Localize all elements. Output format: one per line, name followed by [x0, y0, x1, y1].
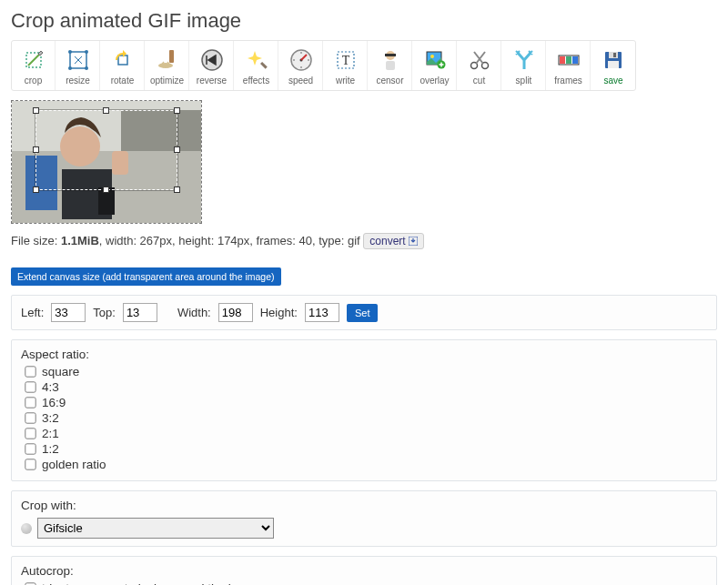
resize-handle-nw[interactable]	[33, 107, 39, 114]
svg-rect-30	[608, 61, 619, 68]
rotate-icon	[109, 46, 136, 74]
tool-save[interactable]: save	[592, 41, 635, 90]
svg-rect-23	[560, 56, 565, 64]
left-input[interactable]	[51, 303, 86, 322]
help-icon[interactable]	[21, 523, 32, 534]
svg-rect-25	[572, 56, 578, 64]
tool-label: rotate	[111, 76, 135, 86]
aspect-ratio-title: Aspect ratio:	[21, 348, 707, 361]
tool-label: cut	[473, 76, 485, 86]
set-button[interactable]: Set	[347, 304, 379, 322]
cropwith-select[interactable]: Gifsicle	[37, 518, 274, 539]
tool-label: optimize	[150, 76, 184, 86]
svg-point-2	[68, 50, 72, 54]
aspect-label: square	[42, 365, 79, 378]
tool-resize[interactable]: resize	[56, 41, 100, 90]
tool-speed[interactable]: speed	[279, 41, 323, 90]
aspect-label: 4:3	[42, 380, 59, 394]
autocrop-panel: Autocrop: trim transparent pixels around…	[11, 556, 717, 585]
svg-point-4	[68, 66, 72, 70]
tool-label: reverse	[197, 76, 227, 86]
dimensions-panel: Left: Top: Width: Height: Set	[11, 295, 717, 330]
aspect-checkbox-1[interactable]	[25, 381, 35, 392]
aspect-checkbox-5[interactable]	[25, 443, 35, 454]
file-info: File size: 1.1MiB, width: 267px, height:…	[11, 233, 717, 249]
tool-label: overlay	[420, 76, 449, 86]
aspect-ratio-panel: Aspect ratio: square4:316:93:22:11:2gold…	[11, 339, 717, 481]
height-input[interactable]	[305, 303, 339, 322]
aspect-checkbox-2[interactable]	[25, 397, 35, 408]
resize-handle-n[interactable]	[103, 107, 109, 114]
crop-selection[interactable]	[35, 110, 177, 190]
tool-censor[interactable]: censor	[369, 41, 412, 90]
svg-point-19	[430, 55, 434, 58]
overlay-icon	[421, 46, 449, 74]
aspect-label: 2:1	[42, 427, 59, 440]
resize-handle-se[interactable]	[174, 187, 180, 193]
tool-label: split	[516, 76, 532, 86]
preview-image[interactable]	[11, 100, 202, 224]
extend-canvas-button[interactable]: Extend canvas size (add transparent area…	[11, 267, 281, 286]
convert-button[interactable]: convert	[363, 233, 423, 249]
aspect-checkbox-3[interactable]	[25, 412, 35, 423]
svg-rect-24	[566, 56, 571, 64]
split-icon	[511, 46, 538, 74]
svg-rect-7	[169, 50, 174, 63]
tool-rotate[interactable]: rotate	[101, 41, 145, 90]
tool-label: save	[603, 76, 622, 86]
cut-icon	[466, 46, 493, 74]
speed-icon	[288, 46, 315, 74]
aspect-label: 16:9	[42, 396, 66, 409]
censor-icon	[377, 46, 404, 74]
crop-icon	[20, 46, 47, 74]
cropwith-title: Crop with:	[21, 499, 707, 512]
tool-reverse[interactable]: reverse	[190, 41, 234, 90]
resize-handle-e[interactable]	[174, 146, 180, 153]
file-info-prefix: File size:	[11, 234, 61, 247]
optimize-icon	[154, 46, 181, 74]
cropwith-panel: Crop with: Gifsicle	[11, 490, 717, 547]
convert-button-label: convert	[369, 235, 405, 247]
tool-write[interactable]: Twrite	[324, 41, 368, 90]
tool-label: crop	[25, 76, 42, 86]
save-icon	[600, 46, 627, 74]
tool-effects[interactable]: effects	[235, 41, 278, 90]
download-icon	[409, 237, 418, 246]
aspect-checkbox-4[interactable]	[25, 428, 35, 439]
tool-overlay[interactable]: overlay	[413, 41, 457, 90]
file-dim-info: , width: 267px, height: 174px, frames: 4…	[99, 234, 360, 247]
height-label: Height:	[260, 306, 298, 319]
tool-split[interactable]: split	[502, 41, 546, 90]
resize-handle-sw[interactable]	[33, 187, 39, 193]
frames-icon	[555, 46, 582, 74]
write-icon: T	[332, 46, 359, 74]
autocrop-title: Autocrop:	[21, 564, 707, 578]
tool-cut[interactable]: cut	[458, 41, 501, 90]
resize-handle-w[interactable]	[33, 146, 39, 153]
width-input[interactable]	[218, 303, 253, 322]
page-title: Crop animated GIF image	[11, 9, 717, 33]
aspect-label: 1:2	[42, 442, 59, 456]
svg-text:T: T	[341, 54, 349, 67]
svg-rect-17	[386, 61, 395, 70]
effects-icon	[243, 46, 270, 74]
tool-label: censor	[376, 76, 403, 86]
resize-handle-s[interactable]	[103, 187, 109, 193]
tool-label: resize	[66, 76, 90, 86]
top-input[interactable]	[123, 303, 157, 322]
svg-rect-29	[613, 53, 616, 57]
aspect-checkbox-6[interactable]	[25, 459, 35, 469]
autocrop-label: trim transparent pixels around the image	[42, 581, 262, 585]
tool-frames[interactable]: frames	[547, 41, 591, 90]
svg-point-5	[85, 66, 88, 70]
width-label: Width:	[177, 306, 211, 319]
left-label: Left:	[21, 306, 44, 319]
svg-point-3	[85, 50, 88, 54]
top-label: Top:	[93, 306, 116, 319]
tool-crop[interactable]: crop	[12, 41, 56, 90]
resize-handle-ne[interactable]	[174, 107, 180, 114]
tool-optimize[interactable]: optimize	[146, 41, 189, 90]
file-size: 1.1MiB	[61, 234, 99, 247]
aspect-checkbox-0[interactable]	[25, 366, 35, 377]
aspect-label: golden ratio	[42, 458, 106, 471]
